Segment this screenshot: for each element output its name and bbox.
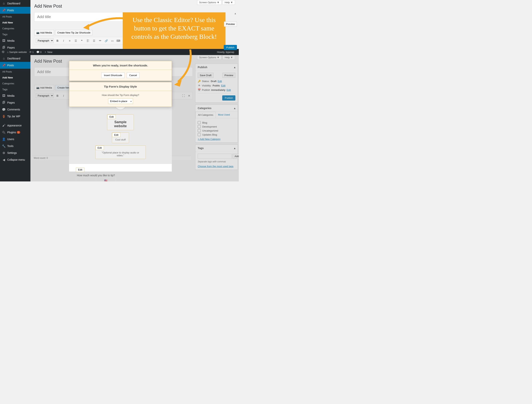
howdy-link[interactable]: Howdy, tipjarwp <box>217 51 234 53</box>
us-flag-icon: 🇺🇸 <box>104 179 107 182</box>
comment-icon: 💬 <box>36 51 39 53</box>
pin-icon: 📌 <box>2 63 6 67</box>
admin-sidebar-lower: ⌂Dashboard 📌Posts All Posts Add New Cate… <box>0 55 31 181</box>
more-button[interactable]: ▭ <box>110 38 114 43</box>
modal-title-2: Tip Form's Display Style <box>69 82 172 91</box>
plus-icon: ＋ <box>44 50 47 54</box>
comments-link[interactable]: 💬0 <box>36 51 41 53</box>
edit-subtitle-button[interactable]: Edit <box>112 133 120 137</box>
sidebar-comments[interactable]: 💬Comments <box>0 106 31 113</box>
new-link[interactable]: ＋New <box>44 50 52 54</box>
sidebar-all-posts[interactable]: All Posts <box>0 14 31 19</box>
sidebar-add-new[interactable]: Add New <box>0 19 31 26</box>
edit-amount-button[interactable]: Edit <box>76 167 84 172</box>
format-select[interactable]: Paragraph <box>36 38 54 43</box>
link-button[interactable]: 🔗 <box>104 38 108 43</box>
preview-subtitle: Cool stuff <box>115 138 126 141</box>
annotation-arrow-down <box>171 50 194 87</box>
sidebar-categories[interactable]: Categories <box>0 26 31 32</box>
subtitle-preview: Edit Cool stuff <box>112 133 129 143</box>
media-icon: 🖼 <box>2 94 6 98</box>
bullet-list-button[interactable]: ≡ <box>67 38 72 43</box>
pages-icon: 🗐 <box>2 101 6 104</box>
annotation-arrow-left <box>83 16 124 32</box>
italic-button[interactable]: I <box>61 38 66 43</box>
camera-icon: 📷 <box>36 31 39 34</box>
pin-icon: 📌 <box>2 8 6 12</box>
preview-button-top[interactable]: Preview <box>224 21 237 27</box>
currency-row[interactable]: 🇺🇸 <box>76 178 116 181</box>
keyboard-button[interactable]: ⌨ <box>116 38 121 43</box>
number-list-button[interactable]: ☰ <box>73 38 78 43</box>
help-button[interactable]: Help ▼ <box>223 0 235 5</box>
jar-icon: 🏺 <box>2 115 6 118</box>
insert-shortcode-card: When you're ready, insert the shortcode.… <box>69 61 172 81</box>
admin-bar: ⓦ ⌂Sample website ⟳1 💬0 ＋New Howdy, tipj… <box>0 49 239 55</box>
sidebar-media[interactable]: 🖼Media <box>0 37 31 44</box>
site-name-link[interactable]: ⌂Sample website <box>7 51 27 53</box>
wrench-icon: 🔧 <box>2 144 6 148</box>
tip-question: How much would you like to tip? <box>76 173 116 178</box>
add-media-button[interactable]: 📷Add Media <box>34 30 54 35</box>
sidebar-settings[interactable]: ⚙Settings <box>0 149 31 156</box>
sidebar-tipjar[interactable]: 🏺Tip Jar WP <box>0 113 31 120</box>
collapse-toggle-icon[interactable]: ▲ <box>234 12 236 15</box>
site-title-preview: Edit Sample website <box>107 115 134 130</box>
display-style-card: Tip Form's Display Style How should the … <box>69 82 172 107</box>
sidebar-all-posts-2[interactable]: All Posts <box>0 69 31 75</box>
svg-marker-0 <box>83 24 89 30</box>
gear-icon: ⚙ <box>2 151 6 155</box>
plugin-update-badge: 1 <box>17 131 20 134</box>
publish-button-top[interactable]: Publish <box>224 45 237 50</box>
preview-site-name: Sample website <box>110 120 131 128</box>
sidebar-appearance[interactable]: 🖌Appearance <box>0 122 31 129</box>
sidebar-pages-2[interactable]: 🗐Pages <box>0 99 31 106</box>
display-style-select[interactable]: Embed in-place <box>108 98 133 104</box>
brush-icon: 🖌 <box>2 124 6 127</box>
wp-logo[interactable]: ⓦ <box>2 50 4 54</box>
edit-title-button[interactable]: Edit <box>107 115 116 119</box>
sidebar-plugins[interactable]: 🔌Plugins1 <box>0 129 31 136</box>
user-icon: 👤 <box>2 137 6 141</box>
annotation-callout: Use the Classic Editor? Use this button … <box>123 12 225 49</box>
sidebar-dashboard[interactable]: ⌂Dashboard <box>0 0 31 7</box>
align-center-button[interactable]: ☰ <box>92 38 96 43</box>
tip-amount-section: Edit How much would you like to tip? 🇺🇸 <box>76 167 116 181</box>
tip-form-preview: Edit 🏺 Edit Sample website Edit Cool stu… <box>69 104 172 172</box>
sidebar-categories-2[interactable]: Categories <box>0 81 31 86</box>
preview-media-text: "Optional place to display audio or vide… <box>98 151 143 157</box>
sidebar-users[interactable]: 👤Users <box>0 136 31 143</box>
shortcode-modal-stack: When you're ready, insert the shortcode.… <box>69 61 172 108</box>
modal-title: When you're ready, insert the shortcode. <box>69 61 172 70</box>
screen-options-row: Screen Options ▼ Help ▼ <box>197 0 235 5</box>
quote-button[interactable]: ❝ <box>80 38 84 43</box>
home-icon: ⌂ <box>7 51 9 53</box>
comment-icon: 💬 <box>2 108 6 111</box>
update-icon: ⟳ <box>30 51 32 53</box>
bold-button[interactable]: B <box>55 38 60 43</box>
dashboard-icon: ⌂ <box>2 1 6 5</box>
screen-options-button[interactable]: Screen Options ▼ <box>197 0 222 5</box>
sidebar-media-2[interactable]: 🖼Media <box>0 92 31 99</box>
plug-icon: 🔌 <box>2 130 6 134</box>
cancel-button[interactable]: Cancel <box>127 72 139 78</box>
media-icon: 🖼 <box>2 39 6 43</box>
collapse-icon: ◀ <box>2 158 6 162</box>
sidebar-posts-2[interactable]: 📌Posts <box>0 62 31 69</box>
edit-media-button[interactable]: Edit <box>95 146 104 150</box>
align-right-button[interactable]: ⬲ <box>98 38 102 43</box>
dashboard-icon: ⌂ <box>2 57 6 60</box>
sidebar-collapse[interactable]: ◀Collapse menu <box>0 156 31 163</box>
sidebar-posts[interactable]: 📌Posts <box>0 7 31 14</box>
sidebar-tags[interactable]: Tags <box>0 32 31 37</box>
sidebar-tools[interactable]: 🔧Tools <box>0 143 31 149</box>
sidebar-dashboard-2[interactable]: ⌂Dashboard <box>0 55 31 62</box>
media-placeholder-preview: Edit "Optional place to display audio or… <box>95 146 146 159</box>
align-left-button[interactable]: ⬱ <box>86 38 90 43</box>
display-style-question: How should the Tip Form display? <box>72 94 169 96</box>
updates-link[interactable]: ⟳1 <box>30 51 34 53</box>
insert-shortcode-button[interactable]: Insert Shortcode <box>101 72 124 78</box>
sidebar-tags-2[interactable]: Tags <box>0 86 31 92</box>
sidebar-add-new-2[interactable]: Add New <box>0 75 31 81</box>
